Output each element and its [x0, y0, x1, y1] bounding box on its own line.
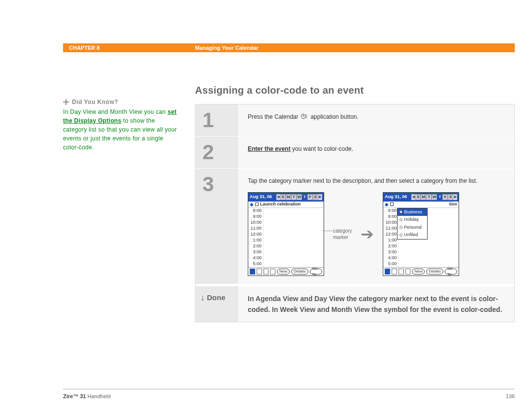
svg-point-5: [306, 117, 307, 118]
goto-button[interactable]: Go To: [310, 269, 322, 274]
screen-header: Aug 31, 06 ◄ S M T W T F: [248, 193, 324, 202]
plus-icon: [63, 99, 69, 105]
day-s2[interactable]: S: [448, 194, 453, 200]
done-row: ↓ Done In Agenda View and Day View the c…: [196, 284, 514, 322]
step-1: 1 Press the Calendar application button.: [196, 104, 514, 137]
day-t2[interactable]: T: [437, 194, 442, 200]
header-bar: CHAPTER 8 Managing Your Calendar: [63, 43, 515, 52]
view-icon-3[interactable]: [399, 269, 404, 274]
view-icon-4[interactable]: [270, 269, 275, 274]
day-t2[interactable]: T: [302, 194, 307, 200]
step-body: Press the Calendar application button.: [239, 104, 514, 136]
screenshot-row: Aug 31, 06 ◄ S M T W T F: [248, 192, 505, 276]
view-icon-4[interactable]: [405, 269, 411, 274]
category-option-business[interactable]: Business: [398, 208, 427, 216]
day-m[interactable]: M: [421, 194, 426, 200]
category-option-holiday[interactable]: Holiday: [398, 216, 427, 224]
step-2: 2 Enter the event you want to color-code…: [196, 137, 514, 169]
step-3: 3 Tap the category marker next to the de…: [196, 169, 514, 284]
step-number: 2: [196, 137, 239, 168]
product-name: Zire™ 31 Handheld: [63, 393, 111, 399]
diamond-icon: ◆: [385, 201, 389, 208]
prev-arrow-icon[interactable]: ◄: [276, 194, 280, 200]
day-f[interactable]: F: [442, 194, 448, 200]
details-button[interactable]: Details: [291, 269, 308, 274]
chapter-label: CHAPTER 8: [63, 43, 195, 52]
footer-rule: [63, 389, 515, 389]
step-number: 3: [196, 169, 239, 284]
section-title: Assigning a color-code to an event: [195, 85, 515, 96]
calendar-icon: [301, 113, 308, 122]
day-s2[interactable]: S: [313, 194, 318, 200]
device-screen-after: Aug 31, 06 ◄ S M T W T F: [383, 192, 459, 276]
page-number: 136: [506, 393, 515, 399]
device-screen-before: Aug 31, 06 ◄ S M T W T F: [248, 192, 324, 276]
step-body: Enter the event you want to color-code.: [239, 137, 514, 168]
sidebar-heading: Did You Know?: [63, 99, 180, 105]
sidebar: Did You Know? In Day View and Month View…: [63, 85, 195, 322]
done-text: In Agenda View and Day View the category…: [239, 286, 514, 322]
enter-event-link[interactable]: Enter the event: [248, 145, 291, 152]
view-icon-2[interactable]: [392, 269, 397, 274]
category-option-unfiled[interactable]: Unfiled: [398, 231, 427, 239]
screen-date: Aug 31, 06: [385, 194, 407, 201]
screen-footer: New Details Go To: [248, 267, 324, 275]
arrow-right-icon: ➔: [361, 222, 374, 246]
new-button[interactable]: New: [277, 269, 290, 274]
day-s[interactable]: S: [415, 194, 421, 200]
day-m[interactable]: M: [286, 194, 291, 200]
view-icon-3[interactable]: [264, 269, 269, 274]
day-w[interactable]: W: [432, 194, 437, 200]
details-button[interactable]: Details: [426, 269, 443, 274]
down-arrow-icon: ↓: [200, 293, 205, 302]
done-label: ↓ Done: [196, 286, 239, 322]
day-f[interactable]: F: [307, 194, 313, 200]
view-icon-2[interactable]: [257, 269, 262, 274]
steps-container: 1 Press the Calendar application button.…: [195, 104, 515, 322]
sidebar-tip: In Day View and Month View you can set t…: [63, 107, 180, 152]
goto-button[interactable]: Go To: [445, 269, 457, 274]
chapter-title: Managing Your Calendar: [195, 43, 515, 52]
category-option-personal[interactable]: Personal: [398, 224, 427, 232]
next-arrow-icon[interactable]: ►: [453, 194, 457, 200]
event-row: ◆ Launch celebration: [248, 202, 324, 208]
main-content: Assigning a color-code to an event 1 Pre…: [195, 85, 515, 322]
event-row: ◆ tion: [383, 202, 459, 208]
category-marker[interactable]: [390, 203, 394, 206]
svg-point-3: [306, 114, 307, 115]
screen-header: Aug 31, 06 ◄ S M T W T F: [383, 193, 459, 202]
prev-arrow-icon[interactable]: ◄: [411, 194, 415, 200]
svg-point-4: [306, 116, 307, 117]
category-dropdown: Business Holiday Personal Unfiled: [397, 208, 428, 240]
page-footer: Zire™ 31 Handheld 136: [63, 393, 515, 399]
day-picker: ◄ S M T W T F S ►: [276, 194, 322, 200]
event-label: Launch celebration: [260, 201, 301, 208]
day-w[interactable]: W: [297, 194, 302, 200]
step-number: 1: [196, 104, 239, 136]
new-button[interactable]: New: [412, 269, 425, 274]
step-body: Tap the category marker next to the desc…: [239, 169, 514, 284]
screen-footer: New Details Go To: [383, 267, 459, 275]
next-arrow-icon[interactable]: ►: [318, 194, 322, 200]
diamond-icon: ◆: [250, 201, 254, 208]
view-icon-1[interactable]: [250, 269, 255, 274]
category-marker-annotation: category marker: [333, 228, 352, 240]
day-t[interactable]: T: [426, 194, 432, 200]
day-t[interactable]: T: [291, 194, 297, 200]
category-marker[interactable]: [255, 203, 259, 206]
day-s[interactable]: S: [280, 194, 286, 200]
day-picker: ◄ S M T W T F S ►: [411, 194, 457, 200]
sidebar-heading-text: Did You Know?: [72, 99, 118, 105]
screen-date: Aug 31, 06: [250, 194, 272, 201]
view-icon-1[interactable]: [385, 269, 390, 274]
event-partial-label: tion: [449, 201, 458, 208]
